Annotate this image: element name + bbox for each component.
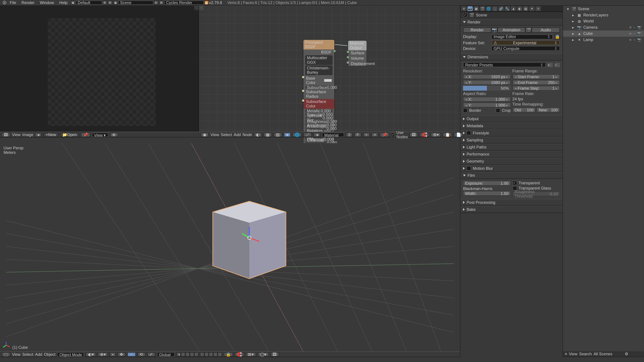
menu-add[interactable]: Add [234,132,241,137]
node-input-anisotropic-rotation[interactable]: Anisotropic Rotation0.000 [305,127,332,130]
backdrop-icon[interactable]: 🖼 [410,132,418,137]
proportional-icon[interactable]: ◯▾ [258,352,269,356]
aspect-x-field[interactable]: X:1.000 [463,97,510,102]
material-name-field[interactable]: Material [322,132,344,137]
tab-render-layers-icon[interactable]: ▦ [474,6,479,11]
use-nodes-checkbox[interactable] [391,132,394,137]
snap-element-icon[interactable]: ⊞▾ [246,352,256,356]
material-fake-icon[interactable]: F [354,132,361,137]
tree-type-shader-icon[interactable]: ◐ [254,132,262,137]
tree-type-compositor-icon[interactable]: ▦ [264,132,272,137]
menu-help[interactable]: Help [57,0,70,5]
scene-name-field[interactable]: Scene [118,0,153,5]
audio-button[interactable]: Audio [532,27,560,33]
panel-geometry[interactable]: Geometry [460,158,562,165]
preset-remove-icon[interactable]: − [554,62,560,67]
orientation-dropdown[interactable]: Global [157,352,174,356]
manipulator-scale-icon[interactable]: ⤢ [147,352,155,356]
node-input-displacement[interactable]: Displacement [348,61,366,66]
new-image-button[interactable]: +New [44,132,58,137]
tab-object-icon[interactable]: ⬚ [492,6,498,11]
panel-bake[interactable]: Bake [460,206,562,213]
layout-prev-icon[interactable]: ◂ [70,0,75,5]
panel-metadata[interactable]: Metadata [460,122,562,129]
image-canvas[interactable] [48,18,156,126]
editor-type-icon[interactable]: ≡ [565,352,567,356]
manipulator-rotate-icon[interactable]: ⟲ [137,352,145,356]
border-checkbox[interactable] [463,108,468,113]
menu-view[interactable]: View [569,352,578,356]
tab-render-icon[interactable]: 📷 [468,6,473,11]
panel-film[interactable]: Film [460,172,562,179]
render-engine-dropdown[interactable]: Cycles Render [164,0,204,5]
tab-scene-icon[interactable]: 🎬 [480,6,485,11]
tab-constraints-icon[interactable]: 🔗 [498,6,504,11]
editor-type-icon[interactable]: ⓘ [2,0,6,5]
menu-view[interactable]: View [12,132,20,137]
layers-widget[interactable]: ▪ [176,352,222,356]
tab-particles-icon[interactable]: ✦ [529,6,535,11]
frame-rate-dropdown[interactable]: 24 fps [512,97,560,101]
shading-icon[interactable]: ◐▾ [86,352,96,356]
editor-type-icon[interactable]: ≡ [461,6,466,11]
editor-type-icon[interactable]: ◉ [201,132,209,137]
render-still-icon[interactable]: 📷 [491,27,498,33]
material-browse-icon[interactable]: ◂ [314,132,320,137]
panel-sampling[interactable]: Sampling [460,137,562,144]
material-unlink-icon[interactable]: × [372,132,378,137]
restrict-render-icon[interactable]: 📷 [637,38,641,42]
disclosure-icon[interactable]: ▸ [571,19,575,23]
panel-post-processing[interactable]: Post Processing [460,199,562,206]
transparent-checkbox[interactable] [512,181,517,185]
tab-texture-icon[interactable]: ▨ [523,6,528,11]
start-frame-field[interactable]: Start Frame:1 [512,74,560,79]
outliner-scene-row[interactable]: ▾🎬Scene [563,6,644,12]
3d-viewport[interactable]: User Persp Meters [0,143,460,351]
restrict-view-icon[interactable]: 👁 [628,38,632,42]
outliner-item[interactable]: ▸▲Cube👁▹📷 [563,30,644,37]
node-editor[interactable]: Principled BSDF BSDF Multiscatter GGX Ch… [199,6,460,137]
node-input-subsurface-color[interactable]: Subsurface Color [304,99,334,109]
pin-icon[interactable]: 📌 [81,132,90,137]
node-input-volume[interactable]: Volume [348,56,366,61]
node-header[interactable]: Material Output [348,41,366,50]
snap-type-icon[interactable]: ⊞▾ [431,132,441,137]
node-input-base-color[interactable]: Base Color [304,76,334,85]
uv-select-dropdown[interactable]: View ▾ [92,132,108,137]
restrict-select-icon[interactable]: ▹ [633,38,637,42]
render-preview-icon[interactable]: 🖼 [270,352,279,356]
lock-camera-icon[interactable]: 🔒 [224,352,233,356]
menu-search[interactable]: Search [579,352,592,356]
tree-type-texture-icon[interactable]: ▨ [274,132,282,137]
manipulator-toggle-icon[interactable]: ✥ [118,352,125,356]
pivot-icon[interactable]: ⊕▾ [98,352,108,356]
area-corner-icon[interactable] [194,6,198,10]
render-anim-icon[interactable]: 🎬 [526,27,532,33]
editor-type-icon[interactable]: ⬚ [2,352,10,356]
shader-object-icon[interactable]: ● [284,132,291,137]
manipulator-translate-icon[interactable]: ↔ [127,352,136,356]
node-header[interactable]: Principled BSDF [304,40,334,49]
scene-remove-icon[interactable]: × [159,0,163,5]
shader-line-icon[interactable]: ／ [304,132,312,137]
disclosure-icon[interactable]: ▸ [571,13,575,17]
tab-material-icon[interactable]: ◐ [517,6,522,11]
tab-physics-icon[interactable]: ⚛ [536,6,541,11]
disclosure-icon[interactable]: ▸ [571,31,575,36]
copy-nodes-icon[interactable]: 📋 [443,132,452,137]
frame-step-field[interactable]: Frame Step:1 [512,86,560,91]
scene-browse-icon[interactable]: ◂ [113,0,118,5]
restrict-render-icon[interactable]: 📷 [637,25,641,29]
restrict-select-icon[interactable]: ▹ [633,25,637,29]
render-button[interactable]: Render [463,27,491,33]
panel-freestyle[interactable]: Freestyle [460,130,562,137]
panel-render[interactable]: Render [460,18,562,26]
node-input-specular-tint[interactable]: Specular Tint0.000 [305,116,332,119]
resolution-percentage-slider[interactable]: 50% [463,86,510,91]
layout-remove-icon[interactable]: × [108,0,112,5]
end-frame-field[interactable]: End Frame:250 [512,80,560,85]
node-input-subsurface-radius[interactable]: Subsurface Radius [304,89,334,99]
panel-light-paths[interactable]: Light Paths [460,144,562,151]
material-users-icon[interactable]: 2 [346,132,353,137]
resolution-y-field[interactable]: Y:1080 px [463,80,510,85]
